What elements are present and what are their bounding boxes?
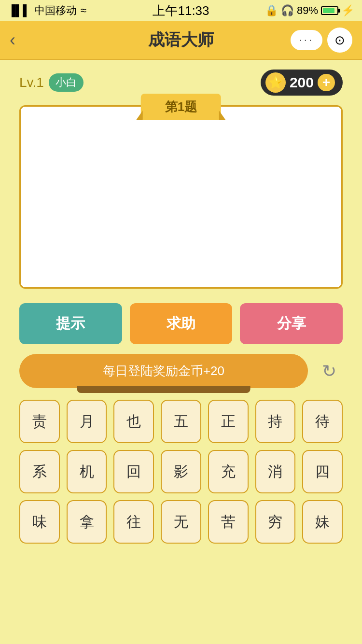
signal-icon: ▐▌▌ [8,4,30,17]
coin-star-icon: ⭐ [265,72,286,93]
keyboard-row-3: 味 拿 往 无 苦 穷 妹 [19,500,343,544]
key-ze[interactable]: 责 [19,400,60,443]
question-container: 第1题 [19,105,343,289]
headphone-icon: 🎧 [281,4,294,17]
key-chi[interactable]: 持 [255,400,296,443]
action-buttons: 提示 求助 分享 [19,303,343,344]
coin-count: 200 [290,74,314,91]
back-button[interactable]: ‹ [10,30,15,50]
keyboard: 责 月 也 五 正 持 待 系 机 回 影 充 消 四 味 拿 往 无 苦 穷 … [19,400,343,544]
camera-button[interactable]: ⊙ [327,28,352,53]
key-wang[interactable]: 往 [113,500,154,544]
camera-icon: ⊙ [334,33,345,48]
coins-display: ⭐ 200 + [261,70,343,96]
key-dai[interactable]: 待 [302,400,343,443]
key-wu2[interactable]: 无 [161,500,201,544]
key-yue[interactable]: 月 [67,400,107,443]
key-xi[interactable]: 系 [19,450,60,493]
key-ku[interactable]: 苦 [208,500,249,544]
help-button[interactable]: 求助 [130,303,233,344]
question-card [19,105,343,289]
status-right: 🔒 🎧 89% ⚡ [265,4,354,17]
page-title: 成语大师 [148,29,214,51]
add-coins-button[interactable]: + [318,74,335,91]
level-info: Lv.1 小白 [19,73,84,92]
hint-button[interactable]: 提示 [19,303,122,344]
key-chong[interactable]: 充 [208,450,249,493]
main-content: Lv.1 小白 ⭐ 200 + 第1题 提示 求助 分享 每日登陆奖励金币+20… [0,60,362,553]
wifi-icon: ≈ [81,4,86,17]
status-time: 上午11:33 [153,2,209,19]
status-left: ▐▌▌ 中国移动 ≈ [8,3,86,18]
status-bar: ▐▌▌ 中国移动 ≈ 上午11:33 🔒 🎧 89% ⚡ [0,0,362,21]
more-button[interactable]: ··· [291,30,322,50]
share-button[interactable]: 分享 [240,303,343,344]
key-ji[interactable]: 机 [67,450,107,493]
key-mei[interactable]: 妹 [302,500,343,544]
level-badge: 小白 [49,73,84,92]
daily-bonus-banner: 每日登陆奖励金币+20 [19,354,308,388]
question-banner: 第1题 [141,94,221,120]
nav-right-actions: ··· ⊙ [291,28,352,53]
key-qiong[interactable]: 穷 [255,500,296,544]
battery-fill [323,8,334,13]
key-ying[interactable]: 影 [161,450,201,493]
key-ye[interactable]: 也 [113,400,154,443]
keyboard-row-2: 系 机 回 影 充 消 四 [19,450,343,493]
key-zheng[interactable]: 正 [208,400,249,443]
level-row: Lv.1 小白 ⭐ 200 + [19,70,343,96]
keyboard-row-1: 责 月 也 五 正 持 待 [19,400,343,443]
battery-percent: 89% [297,4,318,17]
carrier-name: 中国移动 [34,3,77,18]
nav-bar: ‹ 成语大师 ··· ⊙ [0,21,362,60]
lightning-icon: ⚡ [341,4,354,17]
refresh-icon: ↻ [322,361,336,381]
refresh-button[interactable]: ↻ [316,358,343,385]
battery-icon [321,6,338,15]
key-na[interactable]: 拿 [67,500,107,544]
key-hui[interactable]: 回 [113,450,154,493]
level-text: Lv.1 [19,75,44,90]
key-wu[interactable]: 五 [161,400,201,443]
key-xiao[interactable]: 消 [255,450,296,493]
key-si[interactable]: 四 [302,450,343,493]
key-wei[interactable]: 味 [19,500,60,544]
lock-icon: 🔒 [265,4,278,17]
daily-bonus-text: 每日登陆奖励金币+20 [103,364,224,378]
daily-bonus-row: 每日登陆奖励金币+20 ↻ [19,354,343,388]
